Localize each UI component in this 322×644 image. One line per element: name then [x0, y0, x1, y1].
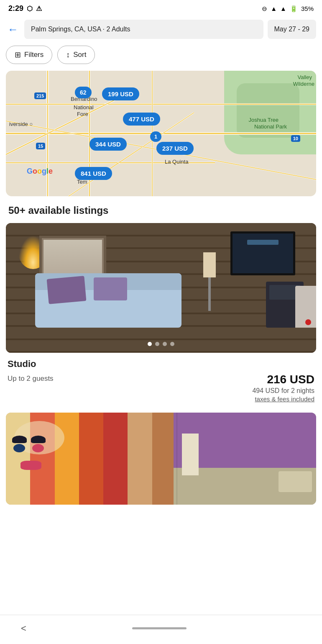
map-label-joshua: Joshua Tree	[248, 117, 279, 123]
room-divider	[176, 413, 177, 505]
notification-icon: ⬡	[27, 5, 33, 13]
hotel-image-1[interactable]	[6, 223, 316, 353]
map-label-national-park: National Park	[254, 123, 287, 130]
status-left: 2:29 ⬡ ⚠	[8, 4, 42, 13]
google-logo: Google	[27, 167, 53, 176]
eye-2	[32, 444, 44, 452]
battery-icon: 🔋	[290, 5, 298, 13]
header: ← Palm Springs, CA, USA · 2 Adults May 2…	[0, 15, 322, 46]
wifi-icon: ▲	[271, 5, 277, 12]
hotel-info-1: Studio Up to 2 guests 216 USD 494 USD fo…	[6, 353, 316, 403]
highway-15-badge: 15	[36, 143, 45, 149]
battery-level: 35%	[301, 5, 314, 12]
price-marker-199[interactable]: 199 USD	[102, 87, 139, 100]
hotel-price-per-night: 216 USD	[252, 373, 314, 386]
eyebrow-2	[31, 436, 46, 443]
filters-button[interactable]: ⊞ Filters	[6, 46, 52, 64]
hotel-taxes-label: taxes & fees included	[252, 395, 314, 403]
hotel-image-2[interactable]	[6, 413, 316, 505]
pillow-1	[47, 276, 87, 304]
carousel-dot-2[interactable]	[155, 342, 159, 346]
map-label-laquinta: La Quinta	[165, 159, 188, 165]
nav-back-button[interactable]: <	[13, 623, 35, 634]
price-marker-1[interactable]: 1	[150, 131, 161, 142]
camera-indicator	[305, 319, 311, 325]
status-bar: 2:29 ⬡ ⚠ ⊖ ▲ ▲ 🔋 35%	[0, 0, 322, 15]
price-marker-344[interactable]: 344 USD	[89, 138, 127, 151]
map-roads	[6, 71, 316, 196]
hotel-card-1[interactable]: Studio Up to 2 guests 216 USD 494 USD fo…	[6, 223, 316, 403]
pillow-2	[94, 277, 127, 300]
mural-left	[6, 413, 176, 505]
sort-button[interactable]: ↕ Sort	[57, 46, 95, 64]
carousel-dot-4[interactable]	[170, 342, 174, 346]
carousel-dots	[148, 342, 174, 346]
hotel-pricing: 216 USD 494 USD for 2 nights taxes & fee…	[252, 373, 314, 403]
sofa	[35, 273, 181, 328]
lamp-right	[182, 434, 199, 475]
table-right	[279, 471, 312, 492]
room-right	[174, 413, 316, 505]
price-marker-477[interactable]: 477 USD	[123, 113, 160, 126]
map-label-riverside: iverside ○	[9, 121, 33, 127]
back-button[interactable]: ←	[6, 23, 20, 36]
highway-215-badge: 215	[34, 92, 46, 99]
warning-icon: ⚠	[36, 5, 42, 13]
map-label-national: National	[74, 104, 94, 110]
price-marker-237[interactable]: 237 USD	[156, 142, 194, 155]
tv	[230, 231, 295, 275]
filters-icon: ⊞	[15, 50, 21, 59]
hotel-meta-row: Up to 2 guests 216 USD 494 USD for 2 nig…	[8, 373, 314, 403]
sort-label: Sort	[73, 51, 86, 59]
carousel-dot-3[interactable]	[163, 342, 167, 346]
lips	[20, 461, 41, 470]
status-right: ⊖ ▲ ▲ 🔋 35%	[262, 5, 314, 13]
map-label-valley: Valley	[298, 74, 312, 80]
price-marker-62[interactable]: 62	[75, 87, 92, 98]
lamp	[199, 252, 220, 311]
bottom-navigation: <	[0, 615, 322, 644]
carousel-dot-1[interactable]	[148, 342, 152, 346]
map-label-wilderness: Wilderne	[293, 81, 314, 87]
eye-1	[13, 444, 25, 452]
search-dates-field[interactable]: May 27 - 29	[268, 20, 316, 39]
do-not-disturb-icon: ⊖	[262, 5, 267, 13]
time-display: 2:29	[8, 4, 23, 13]
listings-count: 50+ available listings	[0, 196, 322, 223]
search-location-field[interactable]: Palm Springs, CA, USA · 2 Adults	[24, 20, 263, 39]
eyebrow-1	[12, 436, 27, 443]
signal-icon: ▲	[280, 5, 286, 12]
filters-label: Filters	[24, 51, 43, 59]
hotel-name: Studio	[8, 359, 314, 369]
price-marker-841[interactable]: 841 USD	[75, 167, 112, 180]
map-label-fore: Fore	[77, 111, 88, 117]
map-container[interactable]: Bernardino National Fore Joshua Tree Nat…	[6, 71, 316, 196]
highway-10-badge: 10	[291, 135, 300, 142]
map-background: Bernardino National Fore Joshua Tree Nat…	[6, 71, 316, 196]
hotel-price-total: 494 USD for 2 nights	[252, 387, 314, 395]
hotel-card-2[interactable]	[6, 413, 316, 505]
filter-sort-bar: ⊞ Filters ↕ Sort	[0, 46, 322, 71]
sort-icon: ↕	[66, 51, 70, 59]
hotel-guests: Up to 2 guests	[8, 375, 54, 383]
home-indicator[interactable]	[132, 627, 187, 629]
